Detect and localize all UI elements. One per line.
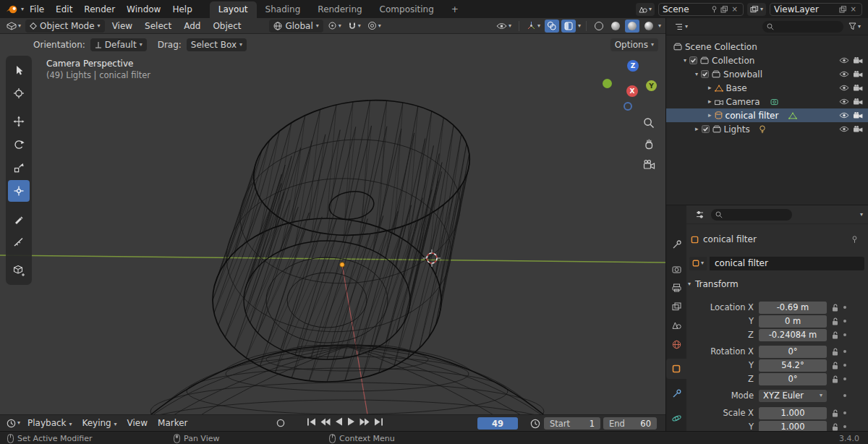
tab-physics[interactable] — [666, 408, 686, 428]
shading-solid-button[interactable] — [608, 20, 623, 33]
animate-dot[interactable] — [843, 425, 846, 428]
outliner-editor-selector[interactable]: ▾ — [672, 20, 690, 33]
scene-name-field[interactable]: Scene × — [658, 3, 744, 16]
menu-window[interactable]: Window — [121, 2, 166, 17]
timeline-editor-selector[interactable]: ▾ — [4, 417, 22, 430]
pin-icon[interactable] — [711, 6, 718, 13]
tab-render[interactable] — [666, 259, 686, 279]
collection-checkbox[interactable] — [689, 56, 697, 64]
hide-eye-toggle[interactable] — [839, 97, 849, 107]
rotation-y-field[interactable]: 54.2° — [759, 359, 827, 372]
jump-to-start-button[interactable] — [307, 418, 316, 426]
shading-rendered-button[interactable] — [642, 20, 656, 33]
outliner-row-conical-filter[interactable]: ▸ conical filter — [666, 108, 868, 122]
shading-material-button[interactable] — [625, 20, 639, 33]
hide-eye-toggle[interactable] — [839, 124, 849, 135]
outliner-search[interactable] — [762, 21, 843, 33]
next-keyframe-button[interactable] — [359, 418, 370, 426]
location-x-field[interactable]: -0.69 m — [759, 302, 827, 314]
pivot-point-selector[interactable]: ▾ — [326, 20, 344, 33]
gizmos-toggle[interactable]: ▾ — [524, 20, 542, 33]
properties-options-caret-icon[interactable]: ▾ — [860, 212, 863, 218]
tool-rotate[interactable] — [8, 134, 30, 155]
lock-icon[interactable] — [832, 317, 838, 325]
play-button[interactable] — [347, 417, 355, 426]
menu-playback[interactable]: Playback ▾ — [22, 417, 77, 430]
pin-id-icon[interactable] — [851, 236, 858, 244]
gizmo-y-axis[interactable]: Y — [646, 80, 657, 91]
animate-dot[interactable] — [843, 364, 846, 367]
new-scene-icon[interactable] — [720, 6, 728, 13]
lock-icon[interactable] — [832, 348, 838, 356]
prev-keyframe-button[interactable] — [320, 418, 331, 426]
tab-compositing[interactable]: Compositing — [371, 1, 443, 18]
tool-transform[interactable] — [8, 180, 30, 202]
menu-help[interactable]: Help — [166, 2, 197, 17]
tool-measure[interactable] — [8, 231, 30, 253]
collection-checkbox[interactable] — [701, 70, 709, 78]
lock-icon[interactable] — [832, 375, 838, 383]
animate-dot[interactable] — [843, 350, 846, 353]
disable-render-camera-toggle[interactable] — [853, 56, 863, 66]
disable-render-camera-toggle[interactable] — [853, 111, 863, 121]
disable-render-camera-toggle[interactable] — [853, 97, 863, 107]
options-dropdown[interactable]: Options ▾ — [610, 38, 658, 51]
blender-logo-icon[interactable] — [6, 4, 18, 14]
lock-icon[interactable] — [832, 304, 838, 312]
overlays-toggle[interactable] — [545, 20, 559, 33]
properties-editor-selector[interactable] — [692, 208, 707, 221]
scale-y-field[interactable]: 1.000 — [759, 421, 827, 432]
zoom-button[interactable] — [641, 115, 657, 131]
expand-arrow[interactable]: ▾ — [684, 58, 686, 64]
rotation-z-field[interactable]: 0° — [759, 373, 827, 385]
expand-arrow[interactable]: ▸ — [708, 85, 712, 91]
use-preview-range-toggle[interactable] — [530, 419, 540, 429]
tab-tool[interactable] — [666, 234, 686, 255]
gizmo-y-neg-axis[interactable] — [603, 79, 612, 88]
frame-start-field[interactable]: Start 1 — [544, 417, 600, 430]
menu-file[interactable]: File — [24, 2, 50, 17]
lock-icon[interactable] — [832, 423, 838, 431]
menu-object[interactable]: Object — [208, 20, 246, 33]
shading-wireframe-button[interactable] — [592, 20, 606, 33]
collection-checkbox[interactable] — [702, 125, 710, 133]
outliner-row-base[interactable]: ▸ Base — [666, 81, 868, 95]
object-name-input[interactable] — [710, 257, 864, 270]
animate-dot[interactable] — [843, 411, 846, 414]
transform-orientation-selector[interactable]: Global ▾ — [269, 20, 323, 33]
outliner-search-input[interactable] — [777, 22, 839, 31]
menu-marker[interactable]: Marker — [153, 417, 192, 430]
viewlayer-browse-button[interactable]: ▾ — [747, 3, 766, 16]
outliner-row-snowball[interactable]: ▾ Snowball — [666, 67, 868, 81]
drag-dropdown[interactable]: Select Box ▾ — [187, 38, 247, 51]
hide-eye-toggle[interactable] — [839, 111, 849, 121]
remove-viewlayer-button[interactable]: × — [849, 5, 858, 13]
expand-arrow[interactable]: ▸ — [695, 126, 699, 132]
menu-timeline-view[interactable]: View — [122, 417, 153, 430]
tool-annotate[interactable] — [8, 208, 30, 230]
snap-toggle[interactable]: ▾ — [346, 20, 363, 33]
scale-x-field[interactable]: 1.000 — [759, 407, 827, 419]
tab-rendering[interactable]: Rendering — [309, 1, 370, 18]
tab-layout[interactable]: Layout — [210, 1, 257, 18]
play-reverse-button[interactable] — [335, 417, 343, 426]
viewlayer-name-field[interactable]: ViewLayer × — [770, 3, 862, 16]
properties-search-input[interactable] — [726, 210, 788, 219]
gizmo-z-neg-axis[interactable] — [624, 102, 632, 111]
menu-select[interactable]: Select — [140, 20, 176, 33]
add-workspace-button[interactable]: + — [443, 1, 467, 18]
tab-shading[interactable]: Shading — [257, 1, 310, 18]
disable-render-camera-toggle[interactable] — [853, 124, 863, 135]
tab-world[interactable] — [666, 334, 686, 354]
properties-search[interactable] — [711, 209, 792, 221]
tab-scene[interactable] — [666, 315, 686, 336]
tool-cursor[interactable] — [8, 82, 30, 104]
gizmo-z-axis[interactable]: Z — [627, 60, 639, 72]
animate-dot[interactable] — [843, 320, 846, 323]
menu-edit[interactable]: Edit — [50, 2, 78, 17]
animate-dot[interactable] — [843, 394, 846, 397]
tab-view-layer[interactable] — [666, 296, 686, 317]
lock-icon[interactable] — [832, 362, 838, 370]
jump-to-end-button[interactable] — [374, 418, 383, 426]
outliner-row-collection[interactable]: ▾ Collection — [666, 54, 868, 67]
